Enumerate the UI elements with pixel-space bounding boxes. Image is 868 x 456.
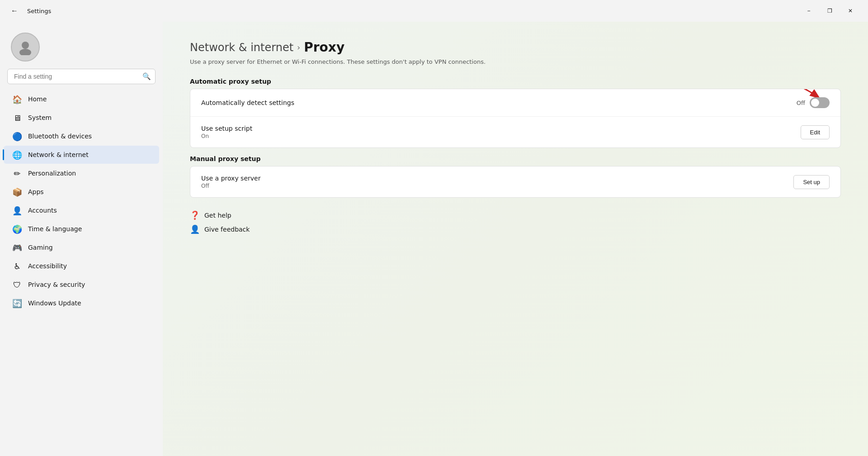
sidebar-item-home[interactable]: 🏠Home	[4, 90, 159, 108]
user-profile	[0, 22, 163, 69]
sidebar-item-label-accessibility: Accessibility	[28, 262, 67, 270]
footer-link-label-help: Get help	[204, 212, 231, 219]
proxy-server-row: Use a proxy server Off Set up	[190, 166, 840, 197]
privacy-icon: 🛡	[13, 280, 22, 289]
home-icon: 🏠	[13, 95, 22, 104]
sidebar-item-accounts[interactable]: 👤Accounts	[4, 201, 159, 219]
main-content: Network & internet › Proxy Use a proxy s…	[163, 22, 868, 456]
sidebar-item-label-privacy: Privacy & security	[28, 281, 85, 288]
footer-link-help[interactable]: ❓Get help	[190, 210, 231, 220]
sidebar-item-personalization[interactable]: ✏️Personalization	[4, 164, 159, 182]
automatic-section-title: Automatic proxy setup	[190, 78, 841, 85]
auto-detect-row: Automatically detect settings Off	[190, 89, 840, 117]
sidebar-item-system[interactable]: 🖥System	[4, 109, 159, 127]
sidebar-item-label-accounts: Accounts	[28, 207, 57, 214]
network-icon: 🌐	[13, 150, 22, 159]
help-icon: ❓	[190, 210, 200, 220]
minimize-button[interactable]: −	[798, 4, 819, 18]
nav-list: 🏠Home🖥System🔵Bluetooth & devices🌐Network…	[0, 90, 163, 313]
sidebar-item-label-home: Home	[28, 95, 47, 103]
sidebar-item-label-system: System	[28, 114, 52, 121]
sidebar-item-time[interactable]: 🌍Time & language	[4, 220, 159, 238]
manual-proxy-card: Use a proxy server Off Set up	[190, 166, 841, 198]
bluetooth-icon: 🔵	[13, 132, 22, 141]
setup-script-sub: On	[201, 133, 252, 139]
accounts-icon: 👤	[13, 206, 22, 215]
footer-link-label-feedback: Give feedback	[204, 226, 250, 233]
proxy-server-sub: Off	[201, 183, 260, 189]
search-input[interactable]	[7, 69, 156, 84]
search-box: 🔍	[7, 69, 156, 84]
titlebar: ← Settings − ❐ ✕	[0, 0, 868, 22]
svg-point-0	[22, 42, 29, 49]
sidebar-item-accessibility[interactable]: ♿Accessibility	[4, 257, 159, 275]
sidebar-item-label-network: Network & internet	[28, 151, 89, 158]
breadcrumb-current: Proxy	[304, 40, 344, 55]
back-button[interactable]: ←	[7, 4, 22, 18]
gaming-icon: 🎮	[13, 243, 22, 252]
auto-detect-toggle[interactable]	[810, 97, 830, 108]
proxy-server-setup-button[interactable]: Set up	[793, 175, 830, 189]
sidebar-item-label-apps: Apps	[28, 188, 44, 195]
restore-button[interactable]: ❐	[819, 4, 840, 18]
sidebar-item-label-bluetooth: Bluetooth & devices	[28, 133, 92, 140]
auto-detect-toggle-label: Off	[797, 100, 805, 106]
app-title: Settings	[27, 8, 793, 14]
accessibility-icon: ♿	[13, 261, 22, 271]
avatar	[11, 33, 40, 62]
close-button[interactable]: ✕	[840, 4, 861, 18]
search-icon-button[interactable]: 🔍	[142, 72, 151, 81]
sidebar: 🔍 🏠Home🖥System🔵Bluetooth & devices🌐Netwo…	[0, 22, 163, 456]
breadcrumb: Network & internet › Proxy	[190, 40, 841, 55]
sidebar-item-gaming[interactable]: 🎮Gaming	[4, 238, 159, 256]
breadcrumb-separator: ›	[297, 43, 300, 52]
sidebar-item-label-update: Windows Update	[28, 299, 81, 307]
update-icon: 🔄	[13, 299, 22, 308]
sidebar-item-label-time: Time & language	[28, 225, 82, 233]
auto-detect-label: Automatically detect settings	[201, 99, 294, 106]
footer-links: ❓Get help👤Give feedback	[190, 210, 841, 234]
proxy-server-label: Use a proxy server	[201, 175, 260, 182]
apps-icon: 📦	[13, 187, 22, 196]
sidebar-item-update[interactable]: 🔄Windows Update	[4, 294, 159, 312]
system-icon: 🖥	[13, 113, 22, 122]
sidebar-item-network[interactable]: 🌐Network & internet	[4, 146, 159, 164]
page-description: Use a proxy server for Ethernet or Wi-Fi…	[190, 58, 841, 65]
automatic-proxy-card: Automatically detect settings Off	[190, 89, 841, 148]
breadcrumb-parent[interactable]: Network & internet	[190, 41, 293, 54]
setup-script-edit-button[interactable]: Edit	[801, 125, 830, 139]
time-icon: 🌍	[13, 224, 22, 233]
window-controls: − ❐ ✕	[798, 4, 861, 18]
manual-section-title: Manual proxy setup	[190, 155, 841, 162]
sidebar-item-apps[interactable]: 📦Apps	[4, 183, 159, 201]
sidebar-item-label-gaming: Gaming	[28, 244, 53, 251]
footer-link-feedback[interactable]: 👤Give feedback	[190, 224, 250, 234]
feedback-icon: 👤	[190, 224, 200, 234]
svg-point-1	[19, 49, 31, 55]
sidebar-item-label-personalization: Personalization	[28, 170, 76, 177]
setup-script-row: Use setup script On Edit	[190, 117, 840, 147]
sidebar-item-privacy[interactable]: 🛡Privacy & security	[4, 276, 159, 294]
setup-script-label: Use setup script	[201, 125, 252, 132]
personalization-icon: ✏️	[13, 169, 22, 178]
sidebar-item-bluetooth[interactable]: 🔵Bluetooth & devices	[4, 127, 159, 145]
app-body: 🔍 🏠Home🖥System🔵Bluetooth & devices🌐Netwo…	[0, 22, 868, 456]
